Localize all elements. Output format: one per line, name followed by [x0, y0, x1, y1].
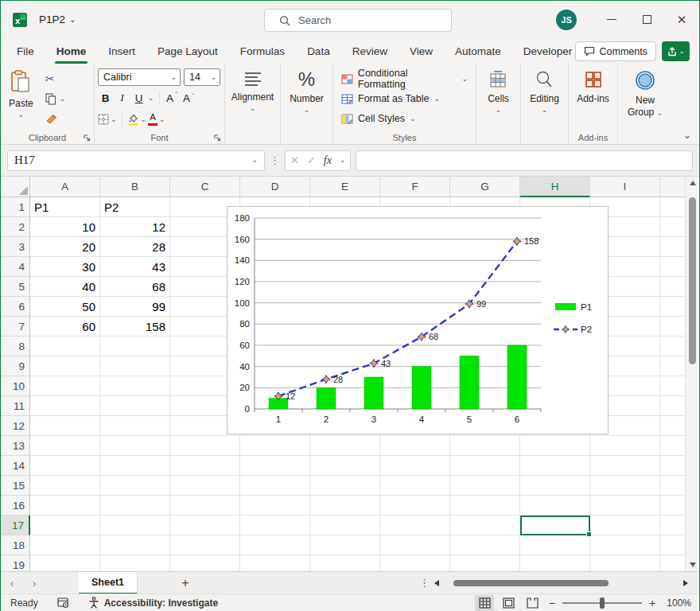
cell-partial-16[interactable] [660, 496, 686, 516]
zoom-slider[interactable] [562, 597, 642, 609]
new-group-button[interactable]: New Group ⌄ [621, 68, 669, 130]
cell-C13[interactable] [170, 436, 240, 456]
cell-I13[interactable] [590, 436, 660, 456]
cell-F19[interactable] [380, 555, 450, 571]
cell-F17[interactable] [380, 516, 450, 535]
cell-B7[interactable]: 158 [100, 317, 170, 337]
copy-button[interactable]: ⌄ [43, 91, 68, 108]
prev-sheet-button[interactable]: ‹ [1, 576, 23, 590]
cell-I14[interactable] [590, 456, 660, 476]
cell-I19[interactable] [590, 555, 660, 571]
cell-E14[interactable] [310, 456, 380, 476]
row-header-10[interactable]: 10 [1, 376, 30, 396]
column-header-partial[interactable] [660, 177, 686, 197]
cell-A7[interactable]: 60 [30, 317, 100, 337]
font-size-select[interactable]: 14 ⌄ [184, 68, 220, 86]
cell-B1[interactable]: P2 [100, 197, 170, 217]
horizontal-scroll-thumb[interactable] [453, 580, 609, 586]
cell-partial-3[interactable] [660, 237, 686, 257]
row-header-9[interactable]: 9 [1, 356, 30, 376]
row-header-7[interactable]: 7 [1, 317, 30, 337]
fill-handle[interactable] [586, 531, 592, 537]
cell-B4[interactable]: 43 [100, 257, 170, 277]
cell-C16[interactable] [170, 496, 240, 516]
number-button[interactable]: % Number ⌄ [285, 68, 329, 130]
tab-review[interactable]: Review [341, 38, 399, 64]
cell-H13[interactable] [520, 436, 590, 456]
cell-E17[interactable] [310, 516, 380, 535]
row-header-16[interactable]: 16 [1, 496, 30, 516]
cell-A16[interactable] [30, 496, 100, 516]
cell-A4[interactable]: 30 [30, 257, 100, 277]
page-layout-view-button[interactable] [499, 595, 518, 611]
tab-page-layout[interactable]: Page Layout [146, 38, 229, 64]
cell-partial-10[interactable] [660, 376, 686, 396]
cell-B6[interactable]: 99 [100, 297, 170, 317]
cell-partial-14[interactable] [660, 456, 686, 476]
row-header-3[interactable]: 3 [1, 237, 30, 257]
column-header-I[interactable]: I [590, 177, 660, 197]
minimize-button[interactable] [594, 1, 629, 38]
cell-partial-6[interactable] [660, 297, 686, 317]
scroll-right-icon[interactable] [683, 580, 688, 586]
format-painter-button[interactable] [43, 111, 68, 128]
name-box[interactable]: H17 ⌄ [7, 150, 265, 171]
select-all-button[interactable] [1, 177, 30, 197]
cell-E13[interactable] [310, 436, 380, 456]
cell-I16[interactable] [590, 496, 660, 516]
horizontal-scrollbar[interactable] [434, 579, 688, 587]
cell-A6[interactable]: 50 [30, 297, 100, 317]
embedded-chart[interactable]: 0204060801001201401601801234561228436899… [227, 206, 609, 434]
cell-A12[interactable] [30, 416, 100, 436]
cell-H14[interactable] [520, 456, 590, 476]
tab-developer[interactable]: Developer [512, 38, 584, 64]
row-header-6[interactable]: 6 [1, 297, 30, 317]
format-as-table-button[interactable]: Format as Table ⌄ [341, 90, 468, 107]
cell-B5[interactable]: 68 [100, 277, 170, 297]
cell-D14[interactable] [240, 456, 310, 476]
cell-H19[interactable] [520, 555, 590, 571]
cell-B14[interactable] [100, 456, 170, 476]
page-break-view-button[interactable] [523, 595, 542, 611]
tab-view[interactable]: View [399, 38, 444, 64]
cell-G19[interactable] [450, 555, 520, 571]
column-header-C[interactable]: C [170, 177, 240, 197]
column-header-H[interactable]: H [520, 177, 590, 197]
cell-B11[interactable] [100, 396, 170, 416]
underline-button[interactable]: U [131, 89, 146, 107]
cell-E15[interactable] [310, 476, 380, 496]
underline-chevron-icon[interactable]: ⌄ [148, 95, 154, 102]
column-header-A[interactable]: A [30, 177, 100, 197]
font-dialog-launcher[interactable] [214, 134, 221, 142]
row-header-1[interactable]: 1 [1, 197, 30, 217]
borders-button[interactable]: ⌄ [98, 111, 117, 128]
clipboard-dialog-launcher[interactable] [84, 134, 91, 142]
cell-partial-17[interactable] [660, 516, 686, 535]
row-header-11[interactable]: 11 [1, 396, 30, 416]
cell-C14[interactable] [170, 456, 240, 476]
cell-A9[interactable] [30, 356, 100, 376]
formula-input[interactable] [356, 150, 693, 171]
cell-B2[interactable]: 12 [100, 217, 170, 237]
tab-automate[interactable]: Automate [444, 38, 512, 64]
horizontal-scroll-track[interactable] [445, 580, 677, 586]
cell-G16[interactable] [450, 496, 520, 516]
cell-A5[interactable]: 40 [30, 277, 100, 297]
collapse-ribbon-button[interactable]: ⌄ [683, 130, 691, 141]
cell-F18[interactable] [380, 535, 450, 555]
scroll-up-icon[interactable] [690, 181, 696, 185]
cell-B10[interactable] [100, 376, 170, 396]
cell-E18[interactable] [310, 535, 380, 555]
cell-E19[interactable] [310, 555, 380, 571]
cell-B15[interactable] [100, 476, 170, 496]
cell-C15[interactable] [170, 476, 240, 496]
row-header-18[interactable]: 18 [1, 535, 30, 555]
paste-button[interactable]: Paste ⌄ [4, 68, 38, 130]
confirm-entry-icon[interactable]: ✓ [307, 154, 316, 166]
increase-font-button[interactable]: Aˆ [165, 89, 180, 107]
fill-color-button[interactable]: ⌄ [127, 111, 147, 128]
column-header-E[interactable]: E [310, 177, 380, 197]
scroll-down-icon[interactable] [690, 562, 696, 567]
cancel-entry-icon[interactable]: ✕ [290, 154, 299, 166]
cell-partial-13[interactable] [660, 436, 686, 456]
